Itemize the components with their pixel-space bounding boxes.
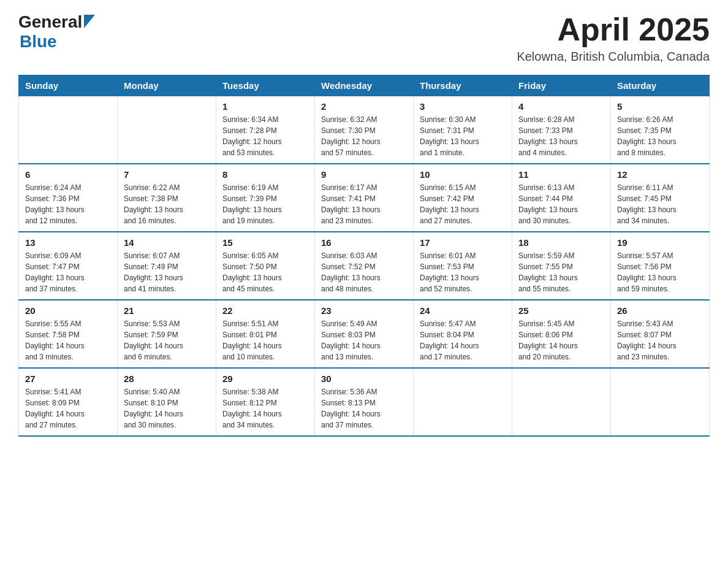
calendar-cell: 17Sunrise: 6:01 AM Sunset: 7:53 PM Dayli…	[414, 232, 512, 300]
calendar-cell: 9Sunrise: 6:17 AM Sunset: 7:41 PM Daylig…	[315, 164, 414, 232]
weekday-header-friday: Friday	[512, 75, 611, 96]
calendar-header: SundayMondayTuesdayWednesdayThursdayFrid…	[19, 75, 710, 96]
calendar-cell: 16Sunrise: 6:03 AM Sunset: 7:52 PM Dayli…	[315, 232, 414, 300]
day-info: Sunrise: 6:15 AM Sunset: 7:42 PM Dayligh…	[420, 182, 506, 226]
day-number: 19	[617, 237, 703, 248]
logo-triangle-icon	[84, 15, 95, 31]
calendar-cell: 26Sunrise: 5:43 AM Sunset: 8:07 PM Dayli…	[611, 300, 710, 368]
calendar-cell: 1Sunrise: 6:34 AM Sunset: 7:28 PM Daylig…	[216, 96, 315, 164]
day-info: Sunrise: 6:24 AM Sunset: 7:36 PM Dayligh…	[25, 182, 111, 226]
weekday-header-wednesday: Wednesday	[315, 75, 414, 96]
day-info: Sunrise: 6:05 AM Sunset: 7:50 PM Dayligh…	[222, 250, 308, 294]
calendar-cell: 19Sunrise: 5:57 AM Sunset: 7:56 PM Dayli…	[611, 232, 710, 300]
week-row-2: 6Sunrise: 6:24 AM Sunset: 7:36 PM Daylig…	[19, 164, 710, 232]
page-header: General Blue April 2025 Kelowna, British…	[18, 12, 710, 64]
logo-blue-text: Blue	[20, 32, 57, 52]
calendar-cell: 6Sunrise: 6:24 AM Sunset: 7:36 PM Daylig…	[19, 164, 118, 232]
day-number: 5	[617, 101, 703, 112]
day-number: 18	[518, 237, 604, 248]
day-info: Sunrise: 5:41 AM Sunset: 8:09 PM Dayligh…	[25, 386, 111, 431]
day-info: Sunrise: 5:59 AM Sunset: 7:55 PM Dayligh…	[518, 250, 604, 294]
day-info: Sunrise: 5:49 AM Sunset: 8:03 PM Dayligh…	[321, 318, 407, 362]
calendar-cell: 7Sunrise: 6:22 AM Sunset: 7:38 PM Daylig…	[118, 164, 216, 232]
calendar-cell: 5Sunrise: 6:26 AM Sunset: 7:35 PM Daylig…	[611, 96, 710, 164]
day-number: 29	[222, 373, 308, 384]
calendar-cell: 29Sunrise: 5:38 AM Sunset: 8:12 PM Dayli…	[216, 368, 315, 436]
logo: General Blue	[18, 12, 95, 52]
day-info: Sunrise: 6:19 AM Sunset: 7:39 PM Dayligh…	[222, 182, 308, 226]
calendar-table: SundayMondayTuesdayWednesdayThursdayFrid…	[18, 75, 710, 437]
calendar-cell	[414, 368, 512, 436]
calendar-cell: 3Sunrise: 6:30 AM Sunset: 7:31 PM Daylig…	[414, 96, 512, 164]
day-info: Sunrise: 5:51 AM Sunset: 8:01 PM Dayligh…	[222, 318, 308, 362]
calendar-cell: 27Sunrise: 5:41 AM Sunset: 8:09 PM Dayli…	[19, 368, 118, 436]
calendar-cell: 25Sunrise: 5:45 AM Sunset: 8:06 PM Dayli…	[512, 300, 611, 368]
day-number: 7	[124, 169, 210, 180]
day-number: 1	[222, 101, 308, 112]
day-info: Sunrise: 6:34 AM Sunset: 7:28 PM Dayligh…	[222, 114, 308, 158]
weekday-header-row: SundayMondayTuesdayWednesdayThursdayFrid…	[19, 75, 710, 96]
calendar-cell	[611, 368, 710, 436]
location-subtitle: Kelowna, British Columbia, Canada	[517, 50, 710, 64]
weekday-header-tuesday: Tuesday	[216, 75, 315, 96]
calendar-cell: 21Sunrise: 5:53 AM Sunset: 7:59 PM Dayli…	[118, 300, 216, 368]
day-info: Sunrise: 6:09 AM Sunset: 7:47 PM Dayligh…	[25, 250, 111, 294]
day-number: 27	[25, 373, 111, 384]
calendar-cell: 12Sunrise: 6:11 AM Sunset: 7:45 PM Dayli…	[611, 164, 710, 232]
day-info: Sunrise: 6:30 AM Sunset: 7:31 PM Dayligh…	[420, 114, 506, 158]
calendar-cell: 20Sunrise: 5:55 AM Sunset: 7:58 PM Dayli…	[19, 300, 118, 368]
weekday-header-thursday: Thursday	[414, 75, 512, 96]
day-info: Sunrise: 6:11 AM Sunset: 7:45 PM Dayligh…	[617, 182, 703, 226]
day-info: Sunrise: 5:43 AM Sunset: 8:07 PM Dayligh…	[617, 318, 703, 362]
calendar-cell: 22Sunrise: 5:51 AM Sunset: 8:01 PM Dayli…	[216, 300, 315, 368]
day-number: 4	[518, 101, 604, 112]
day-number: 11	[518, 169, 604, 180]
day-info: Sunrise: 5:57 AM Sunset: 7:56 PM Dayligh…	[617, 250, 703, 294]
day-info: Sunrise: 6:03 AM Sunset: 7:52 PM Dayligh…	[321, 250, 407, 294]
calendar-cell: 28Sunrise: 5:40 AM Sunset: 8:10 PM Dayli…	[118, 368, 216, 436]
calendar-cell: 18Sunrise: 5:59 AM Sunset: 7:55 PM Dayli…	[512, 232, 611, 300]
calendar-cell	[512, 368, 611, 436]
calendar-cell: 15Sunrise: 6:05 AM Sunset: 7:50 PM Dayli…	[216, 232, 315, 300]
calendar-cell: 23Sunrise: 5:49 AM Sunset: 8:03 PM Dayli…	[315, 300, 414, 368]
day-number: 9	[321, 169, 407, 180]
calendar-cell: 24Sunrise: 5:47 AM Sunset: 8:04 PM Dayli…	[414, 300, 512, 368]
weekday-header-saturday: Saturday	[611, 75, 710, 96]
week-row-4: 20Sunrise: 5:55 AM Sunset: 7:58 PM Dayli…	[19, 300, 710, 368]
calendar-body: 1Sunrise: 6:34 AM Sunset: 7:28 PM Daylig…	[19, 96, 710, 437]
day-number: 10	[420, 169, 506, 180]
day-number: 23	[321, 305, 407, 316]
calendar-cell: 13Sunrise: 6:09 AM Sunset: 7:47 PM Dayli…	[19, 232, 118, 300]
day-number: 2	[321, 101, 407, 112]
calendar-cell: 11Sunrise: 6:13 AM Sunset: 7:44 PM Dayli…	[512, 164, 611, 232]
day-info: Sunrise: 5:38 AM Sunset: 8:12 PM Dayligh…	[222, 386, 308, 431]
day-info: Sunrise: 6:17 AM Sunset: 7:41 PM Dayligh…	[321, 182, 407, 226]
day-info: Sunrise: 5:47 AM Sunset: 8:04 PM Dayligh…	[420, 318, 506, 362]
weekday-header-monday: Monday	[118, 75, 216, 96]
day-number: 21	[124, 305, 210, 316]
day-number: 25	[518, 305, 604, 316]
day-number: 22	[222, 305, 308, 316]
day-info: Sunrise: 6:28 AM Sunset: 7:33 PM Dayligh…	[518, 114, 604, 158]
day-info: Sunrise: 6:32 AM Sunset: 7:30 PM Dayligh…	[321, 114, 407, 158]
day-number: 26	[617, 305, 703, 316]
calendar-cell	[118, 96, 216, 164]
logo-general-text: General	[18, 12, 82, 32]
day-number: 6	[25, 169, 111, 180]
day-info: Sunrise: 6:01 AM Sunset: 7:53 PM Dayligh…	[420, 250, 506, 294]
week-row-5: 27Sunrise: 5:41 AM Sunset: 8:09 PM Dayli…	[19, 368, 710, 436]
calendar-cell: 14Sunrise: 6:07 AM Sunset: 7:49 PM Dayli…	[118, 232, 216, 300]
week-row-1: 1Sunrise: 6:34 AM Sunset: 7:28 PM Daylig…	[19, 96, 710, 164]
day-number: 17	[420, 237, 506, 248]
month-year-title: April 2025	[517, 12, 710, 47]
day-info: Sunrise: 5:55 AM Sunset: 7:58 PM Dayligh…	[25, 318, 111, 362]
day-number: 20	[25, 305, 111, 316]
day-info: Sunrise: 6:07 AM Sunset: 7:49 PM Dayligh…	[124, 250, 210, 294]
day-info: Sunrise: 5:40 AM Sunset: 8:10 PM Dayligh…	[124, 386, 210, 431]
day-info: Sunrise: 5:53 AM Sunset: 7:59 PM Dayligh…	[124, 318, 210, 362]
calendar-cell: 4Sunrise: 6:28 AM Sunset: 7:33 PM Daylig…	[512, 96, 611, 164]
day-number: 3	[420, 101, 506, 112]
day-number: 13	[25, 237, 111, 248]
day-number: 24	[420, 305, 506, 316]
day-number: 28	[124, 373, 210, 384]
